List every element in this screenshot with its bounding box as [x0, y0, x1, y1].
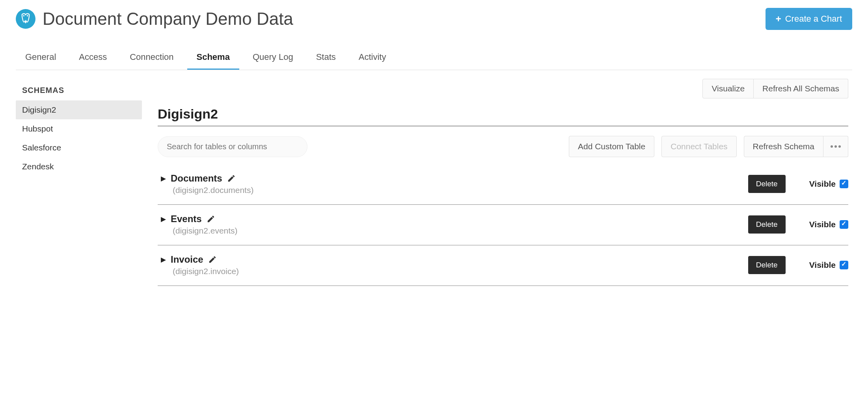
table-actions: Delete Visible [748, 256, 848, 274]
table-row: ▶ Invoice (digisign2.invoice) Delete Vis… [158, 245, 848, 286]
visible-checkbox[interactable] [840, 180, 848, 188]
table-actions: Delete Visible [748, 175, 848, 193]
table-info: ▶ Documents (digisign2.documents) [158, 173, 253, 195]
tab-query-log[interactable]: Query Log [243, 46, 303, 70]
table-row: ▶ Events (digisign2.events) Delete Visib… [158, 205, 848, 245]
page-header: Document Company Demo Data + Create a Ch… [16, 8, 852, 30]
table-name: Invoice [171, 254, 203, 265]
visible-toggle[interactable]: Visible [809, 220, 848, 229]
caret-right-icon[interactable]: ▶ [161, 215, 166, 223]
create-chart-label: Create a Chart [785, 14, 842, 24]
delete-button[interactable]: Delete [748, 256, 786, 274]
refresh-schema-button[interactable]: Refresh Schema [744, 136, 823, 157]
tabs: GeneralAccessConnectionSchemaQuery LogSt… [16, 46, 852, 70]
tab-schema[interactable]: Schema [187, 46, 239, 70]
tab-activity[interactable]: Activity [349, 46, 396, 70]
visible-checkbox[interactable] [840, 261, 848, 269]
table-path: (digisign2.events) [161, 226, 238, 236]
visible-label: Visible [809, 220, 836, 229]
caret-right-icon[interactable]: ▶ [161, 174, 166, 183]
tab-general[interactable]: General [16, 46, 65, 70]
header-left: Document Company Demo Data [16, 9, 293, 29]
table-info: ▶ Invoice (digisign2.invoice) [158, 254, 239, 276]
sidebar-item-digisign2[interactable]: Digisign2 [16, 100, 142, 119]
table-actions: Delete Visible [748, 215, 848, 234]
svg-point-0 [24, 15, 24, 16]
pencil-icon[interactable] [207, 215, 215, 223]
refresh-all-schemas-button[interactable]: Refresh All Schemas [754, 79, 848, 98]
pencil-icon[interactable] [227, 174, 236, 183]
top-actions: Visualize Refresh All Schemas [158, 79, 848, 98]
table-name: Documents [171, 173, 222, 184]
sidebar-item-salesforce[interactable]: Salesforce [16, 138, 142, 157]
sidebar-item-zendesk[interactable]: Zendesk [16, 157, 142, 176]
schema-title: Digisign2 [158, 106, 848, 126]
table-path: (digisign2.documents) [161, 185, 253, 195]
caret-right-icon[interactable]: ▶ [161, 256, 166, 264]
connect-tables-button[interactable]: Connect Tables [661, 136, 736, 157]
search-input[interactable] [158, 136, 307, 157]
table-info: ▶ Events (digisign2.events) [158, 213, 238, 236]
delete-button[interactable]: Delete [748, 215, 786, 234]
toolbar: Add Custom Table Connect Tables Refresh … [158, 136, 848, 157]
tab-stats[interactable]: Stats [307, 46, 345, 70]
table-name: Events [171, 213, 202, 224]
page-title: Document Company Demo Data [43, 9, 293, 29]
sidebar: SCHEMAS Digisign2HubspotSalesforceZendes… [16, 86, 142, 286]
sidebar-item-hubspot[interactable]: Hubspot [16, 119, 142, 138]
table-row: ▶ Documents (digisign2.documents) Delete… [158, 164, 848, 205]
tab-access[interactable]: Access [69, 46, 116, 70]
delete-button[interactable]: Delete [748, 175, 786, 193]
sidebar-title: SCHEMAS [16, 86, 142, 100]
main-panel: Visualize Refresh All Schemas Digisign2 … [158, 86, 852, 286]
visible-checkbox[interactable] [840, 220, 848, 229]
visible-toggle[interactable]: Visible [809, 260, 848, 270]
svg-point-1 [27, 15, 28, 16]
more-actions-button[interactable] [823, 136, 848, 157]
pencil-icon[interactable] [208, 255, 217, 264]
visible-label: Visible [809, 179, 836, 189]
visible-label: Visible [809, 260, 836, 270]
plus-icon: + [776, 13, 781, 24]
visible-toggle[interactable]: Visible [809, 179, 848, 189]
create-chart-button[interactable]: + Create a Chart [766, 8, 852, 30]
postgres-icon [16, 9, 35, 29]
visualize-button[interactable]: Visualize [702, 79, 754, 98]
ellipsis-icon [831, 145, 841, 148]
tab-connection[interactable]: Connection [120, 46, 183, 70]
add-custom-table-button[interactable]: Add Custom Table [569, 136, 654, 157]
table-path: (digisign2.invoice) [161, 267, 239, 276]
